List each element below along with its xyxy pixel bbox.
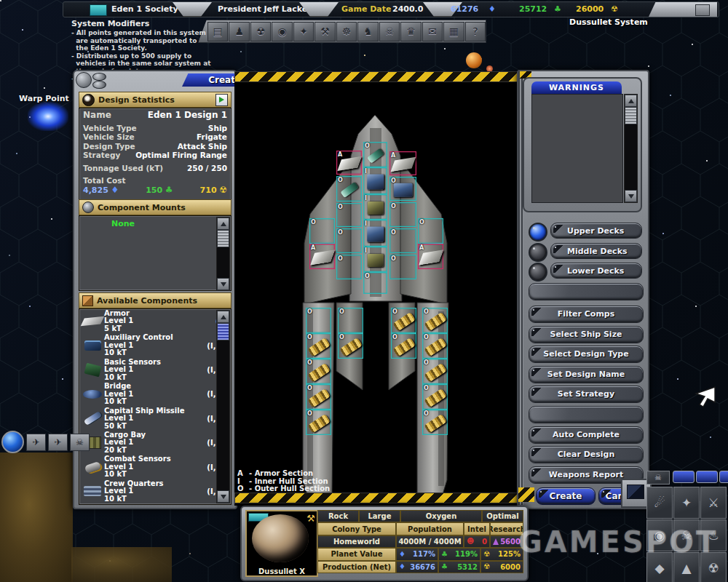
design-slot-o[interactable]: O	[306, 359, 331, 384]
toolbar-ships-icon[interactable]: ☢	[250, 22, 271, 41]
set-strategy-button[interactable]: Set Strategy	[529, 386, 644, 403]
design-slot-a[interactable]: A	[389, 151, 416, 175]
design-slot-o[interactable]: O	[306, 410, 331, 435]
scroll-down-icon[interactable]	[625, 190, 637, 202]
design-slot-o[interactable]: O	[336, 203, 362, 227]
design-slot-o[interactable]: O	[389, 177, 416, 201]
auto-complete-button[interactable]: Auto Complete	[529, 426, 644, 444]
lower-decks-button[interactable]: Lower Decks	[550, 263, 642, 279]
clear-design-button[interactable]: Clear Design	[529, 446, 644, 463]
design-slot-o[interactable]: O	[306, 308, 331, 333]
export-design-icon[interactable]	[215, 94, 228, 106]
toolbar-grid-icon[interactable]: ▦	[443, 22, 464, 41]
design-slot-o[interactable]: O	[422, 333, 448, 359]
design-slot-o[interactable]: O	[338, 308, 363, 333]
scroll-down-icon[interactable]	[217, 278, 229, 290]
design-slot-o[interactable]: O	[389, 202, 416, 227]
toolbar-systems-icon[interactable]: ✦	[293, 22, 314, 41]
design-slot-o[interactable]: O	[391, 308, 416, 333]
component-list-item[interactable]: Combat SensorsLevel 110 kT (I, O)	[79, 455, 231, 479]
design-slot-o[interactable]: O	[422, 384, 448, 410]
planet-view-button[interactable]	[1, 431, 24, 453]
upper-decks-led[interactable]	[529, 223, 547, 242]
toolbar-design-icon[interactable]: ⚒	[314, 22, 335, 41]
component-list-item[interactable]: BridgeLevel 110 kT (I, O)	[79, 382, 231, 406]
warnings-scrollbar[interactable]	[624, 94, 638, 203]
fleets-filter-button[interactable]: ✈	[48, 434, 68, 451]
middle-decks-button[interactable]: Middle Decks	[550, 243, 642, 259]
mounts-scrollbar[interactable]	[216, 217, 230, 291]
toolbar-politics-icon[interactable]: ♛	[400, 22, 421, 41]
component-list-item[interactable]: ArmorLevel 15 kT (A)	[79, 309, 231, 333]
upper-decks-button[interactable]: Upper Decks	[550, 223, 642, 239]
design-slot-o[interactable]: O	[363, 142, 387, 167]
enemies-filter-button[interactable]: ☠	[70, 434, 90, 451]
design-slot-o[interactable]: O	[306, 333, 331, 359]
design-slot-o[interactable]: O	[422, 410, 448, 435]
set-design-name-button[interactable]: Set Design Name	[529, 366, 644, 383]
design-slot-o[interactable]: O	[306, 384, 331, 410]
component-list-item[interactable]: Basic SensorsLevel 110 kT (I, O)	[79, 358, 231, 382]
empire-flag-icon[interactable]	[90, 4, 107, 16]
toolbar-planets-icon[interactable]: ◉	[272, 22, 292, 41]
component-list-item[interactable]: Cargo BayLevel 120 kT (I, O)	[79, 431, 231, 455]
toolbar-menu-icon[interactable]: ▤	[207, 22, 228, 41]
design-slot-o[interactable]: O	[336, 228, 362, 253]
skull-command-button[interactable]: ☠	[646, 471, 670, 485]
design-slot-o[interactable]: O	[389, 255, 416, 279]
command-tile[interactable]: ✦	[673, 487, 700, 519]
filter-comps-button[interactable]: Filter Comps	[529, 306, 644, 323]
design-slot-i[interactable]: I	[363, 220, 387, 247]
design-slot-o[interactable]: O	[422, 359, 448, 384]
middle-decks-led[interactable]	[529, 243, 547, 262]
design-slot-o[interactable]: O	[391, 333, 416, 359]
toolbar-intel-icon[interactable]: ☠	[379, 22, 400, 41]
toolbar-help-icon[interactable]: ?	[465, 22, 486, 41]
command-tile[interactable]: ☄	[646, 487, 673, 519]
design-slot-o[interactable]: O	[418, 218, 443, 244]
command-tile[interactable]: ⚔	[700, 487, 727, 519]
toolbar-empires-icon[interactable]: ♟	[229, 22, 249, 41]
scroll-up-icon[interactable]	[217, 311, 229, 323]
component-list-item[interactable]: Crew QuartersLevel 110 kT (I, O)	[79, 479, 231, 503]
design-slot-o[interactable]: O	[309, 218, 335, 244]
component-list-item[interactable]: Capital Ship MissileLevel 150 kT (I, O)	[79, 407, 231, 431]
design-slot-a[interactable]: A	[336, 151, 362, 175]
toolbar-log-icon[interactable]: ✉	[422, 22, 443, 41]
scroll-thumb[interactable]	[625, 107, 637, 124]
panel-knob-button[interactable]	[76, 72, 92, 88]
scroll-thumb[interactable]	[217, 323, 229, 340]
scroll-thumb[interactable]	[217, 230, 229, 247]
scroll-up-icon[interactable]	[625, 95, 637, 107]
select-design-type-button[interactable]: Select Design Type	[529, 346, 644, 363]
blue-command-button[interactable]	[696, 471, 718, 483]
design-slot-i[interactable]: I	[363, 194, 387, 220]
lower-decks-led[interactable]	[529, 263, 547, 282]
toolbar-research-icon[interactable]: ♞	[357, 22, 378, 41]
planet-image-box[interactable]: ⚒ Dussullet X	[245, 510, 318, 577]
bar-corner-button[interactable]	[695, 4, 710, 16]
component-list-item[interactable]: Auxiliary ControlLevel 110 kT (I, O)	[79, 333, 231, 357]
design-slot-o[interactable]: O	[389, 228, 416, 253]
scroll-down-icon[interactable]	[217, 490, 229, 503]
design-slot-a[interactable]: A	[309, 244, 335, 269]
design-slot-o[interactable]: O	[363, 272, 387, 294]
design-slot-o[interactable]: O	[338, 333, 363, 359]
design-slot-o[interactable]: O	[336, 255, 362, 279]
panel-pill-button[interactable]	[92, 73, 106, 81]
warp-point-glow[interactable]	[28, 102, 68, 131]
toolbar-wrench-icon[interactable]: ☸	[336, 22, 357, 41]
design-slot-i[interactable]: I	[363, 247, 387, 272]
create-button[interactable]: Create	[536, 487, 596, 505]
components-scrollbar[interactable]	[216, 310, 230, 503]
ships-filter-button[interactable]: ✈	[26, 434, 46, 451]
panel-pill-button[interactable]	[92, 81, 106, 89]
select-ship-size-button[interactable]: Select Ship Size	[529, 326, 644, 343]
blue-command-button[interactable]	[673, 471, 695, 483]
design-slot-o[interactable]: O	[336, 176, 362, 202]
scroll-up-icon[interactable]	[217, 218, 229, 230]
design-slot-o[interactable]: O	[422, 308, 448, 333]
design-slot-i[interactable]: I	[363, 167, 387, 194]
blue-command-button[interactable]	[719, 471, 728, 483]
design-slot-a[interactable]: A	[418, 244, 443, 269]
